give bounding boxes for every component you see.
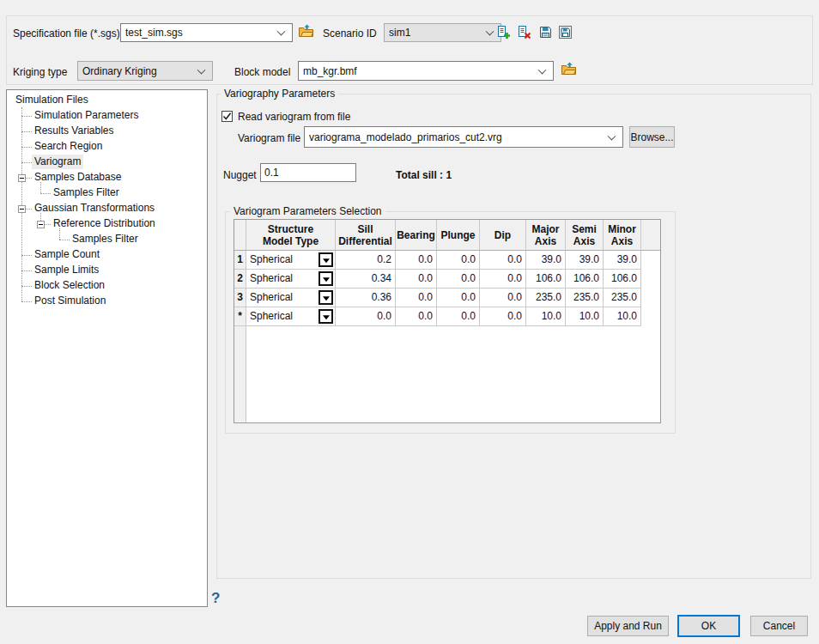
row-header[interactable]: * bbox=[234, 307, 246, 326]
simulation-dialog: Specification file (*.sgs) test_sim.sgs … bbox=[0, 0, 819, 644]
value-cell[interactable]: 0.0 bbox=[480, 251, 526, 270]
scenario-id-combobox[interactable]: sim1 bbox=[384, 23, 501, 42]
browse-button[interactable]: Browse... bbox=[629, 126, 675, 148]
apply-and-run-button[interactable]: Apply and Run bbox=[587, 616, 669, 636]
column-header-structure-model-type: Structure Model Type bbox=[246, 220, 336, 251]
tree-item-results-variables[interactable]: Results Variables bbox=[32, 124, 116, 138]
structure-model-cell[interactable]: Spherical bbox=[246, 289, 336, 307]
structure-model-dropdown-button[interactable] bbox=[318, 271, 333, 286]
tree-item-reference-distribution[interactable]: Reference Distribution bbox=[51, 216, 158, 231]
add-scenario-icon bbox=[496, 25, 511, 39]
nugget-input[interactable] bbox=[260, 163, 356, 182]
variogram-file-combobox[interactable]: variograma_modelado_primarios_cut2.vrg bbox=[304, 126, 623, 148]
tree-item-search-region[interactable]: Search Region bbox=[32, 139, 105, 154]
structure-model-dropdown-button[interactable] bbox=[318, 252, 333, 267]
structure-model-cell[interactable]: Spherical bbox=[246, 307, 336, 326]
tree-collapse-toggle[interactable] bbox=[18, 174, 26, 182]
scenario-id-value: sim1 bbox=[389, 27, 500, 39]
value-cell[interactable]: 106.0 bbox=[526, 270, 566, 289]
tree-item-gaussian-transformations[interactable]: Gaussian Transformations bbox=[32, 201, 157, 216]
help-button[interactable]: ? bbox=[211, 590, 220, 607]
tree-item-sample-count[interactable]: Sample Count bbox=[32, 247, 102, 262]
value-cell[interactable]: 106.0 bbox=[566, 270, 604, 289]
structure-model-dropdown-button[interactable] bbox=[318, 309, 333, 324]
add-scenario-button[interactable] bbox=[494, 25, 512, 40]
value-cell[interactable]: 0.0 bbox=[396, 289, 437, 307]
table-row: *Spherical0.00.00.00.010.010.010.0 bbox=[234, 307, 660, 326]
tree-collapse-toggle[interactable] bbox=[37, 221, 45, 228]
scenario-id-label: Scenario ID bbox=[323, 27, 377, 40]
tree-item-variogram[interactable]: Variogram bbox=[32, 155, 83, 169]
value-cell[interactable]: 0.0 bbox=[480, 307, 526, 326]
value-cell[interactable]: 0.0 bbox=[437, 270, 480, 289]
structure-model-cell[interactable]: Spherical bbox=[246, 270, 336, 289]
tree-item-samples-database[interactable]: Samples Database bbox=[32, 170, 124, 185]
kriging-type-combobox[interactable]: Ordinary Kriging bbox=[77, 61, 213, 81]
ok-button[interactable]: OK bbox=[677, 615, 740, 637]
tree-item-simulation-files[interactable]: Simulation Files bbox=[13, 93, 91, 107]
row-header[interactable]: 3 bbox=[234, 289, 246, 307]
tree-item-samples-filter[interactable]: Samples Filter bbox=[51, 185, 122, 200]
folder-open-icon bbox=[561, 62, 577, 76]
save-scenario-button[interactable] bbox=[537, 25, 554, 40]
row-header[interactable]: 1 bbox=[234, 251, 246, 270]
save-scenario-as-icon bbox=[558, 25, 573, 39]
value-cell[interactable]: 235.0 bbox=[526, 289, 566, 307]
tree-item-post-simulation[interactable]: Post Simulation bbox=[32, 294, 108, 308]
block-model-combobox[interactable]: mb_kgr.bmf bbox=[298, 61, 554, 81]
tree-item-sample-limits[interactable]: Sample Limits bbox=[32, 263, 101, 277]
value-cell[interactable]: 10.0 bbox=[526, 307, 566, 326]
read-variogram-checkbox[interactable] bbox=[221, 111, 233, 122]
value-cell[interactable]: 0.0 bbox=[336, 307, 396, 326]
value-cell[interactable]: 39.0 bbox=[566, 251, 604, 270]
tree-connector-stub bbox=[21, 162, 32, 163]
tree-connector-stub bbox=[59, 240, 70, 240]
tree-item-simulation-parameters[interactable]: Simulation Parameters bbox=[32, 108, 141, 123]
value-cell[interactable]: 0.0 bbox=[396, 270, 437, 289]
tree-connector-stub bbox=[21, 147, 32, 148]
tree-item-samples-filter[interactable]: Samples Filter bbox=[70, 232, 141, 246]
tree-connector-stub bbox=[40, 193, 51, 194]
value-cell[interactable]: 0.0 bbox=[437, 307, 480, 326]
tree-item-block-selection[interactable]: Block Selection bbox=[32, 278, 107, 293]
column-header-sill-differential: Sill Differential bbox=[336, 220, 396, 251]
value-cell[interactable]: 235.0 bbox=[604, 289, 641, 307]
value-cell[interactable]: 39.0 bbox=[604, 251, 641, 270]
checkmark-icon bbox=[222, 112, 232, 121]
table-row: 1Spherical0.20.00.00.039.039.039.0 bbox=[234, 251, 660, 270]
save-scenario-as-button[interactable] bbox=[556, 25, 573, 40]
folder-open-icon bbox=[298, 24, 314, 38]
value-cell[interactable]: 0.0 bbox=[396, 307, 437, 326]
value-cell[interactable]: 0.0 bbox=[480, 289, 526, 307]
delete-scenario-button[interactable] bbox=[515, 25, 532, 40]
structure-model-value: Spherical bbox=[250, 272, 293, 284]
value-cell[interactable]: 0.0 bbox=[437, 289, 480, 307]
value-cell[interactable]: 10.0 bbox=[604, 307, 641, 326]
spec-file-folder-button[interactable] bbox=[297, 24, 314, 39]
value-cell[interactable]: 0.0 bbox=[480, 270, 526, 289]
spec-file-combobox[interactable]: test_sim.sgs bbox=[120, 23, 293, 42]
value-cell[interactable]: 10.0 bbox=[566, 307, 604, 326]
value-cell[interactable]: 0.2 bbox=[336, 251, 396, 270]
value-cell[interactable]: 0.0 bbox=[396, 251, 437, 270]
row-header[interactable]: 2 bbox=[234, 270, 246, 289]
kriging-type-label: Kriging type bbox=[13, 65, 67, 79]
block-model-folder-button[interactable] bbox=[560, 62, 577, 77]
tree-connector-stub bbox=[21, 255, 32, 256]
spec-file-label: Specification file (*.sgs) bbox=[13, 27, 120, 40]
structure-model-value: Spherical bbox=[250, 291, 293, 303]
tree-collapse-toggle[interactable] bbox=[18, 205, 26, 213]
value-cell[interactable]: 0.34 bbox=[336, 270, 396, 289]
cancel-button[interactable]: Cancel bbox=[750, 616, 808, 636]
value-cell[interactable]: 235.0 bbox=[566, 289, 604, 307]
value-cell[interactable]: 0.0 bbox=[437, 251, 480, 270]
save-scenario-icon bbox=[538, 25, 553, 39]
value-cell[interactable]: 106.0 bbox=[604, 270, 641, 289]
structure-model-cell[interactable]: Spherical bbox=[246, 251, 336, 270]
nugget-label: Nugget bbox=[223, 168, 257, 182]
structure-model-dropdown-button[interactable] bbox=[318, 290, 333, 305]
value-cell[interactable]: 39.0 bbox=[526, 251, 566, 270]
tree-connector-stub bbox=[21, 301, 32, 302]
kriging-type-value: Ordinary Kriging bbox=[82, 65, 212, 77]
value-cell[interactable]: 0.36 bbox=[336, 289, 396, 307]
